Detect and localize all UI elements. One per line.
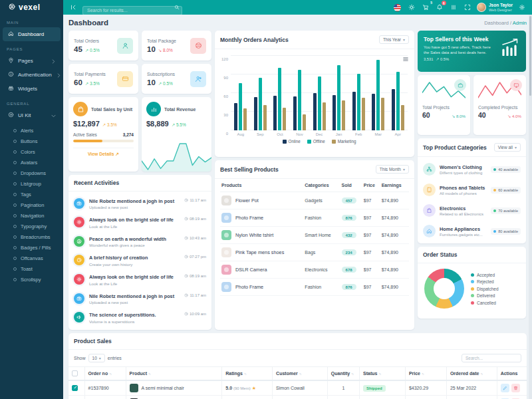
stat-label: Total Package	[147, 39, 176, 43]
activity-item[interactable]: Peace on earth a wonderful widthWonderfu…	[74, 232, 206, 251]
activity-item[interactable]: Always look on the bright side of lifeLo…	[74, 270, 206, 289]
customer-cell: Simon Cowall	[273, 380, 328, 396]
settings-button[interactable]	[517, 3, 527, 12]
table-row[interactable]: #1539078Two type of watch sets3.0 (50 Me…	[68, 396, 527, 399]
year-filter-select[interactable]: This Year	[379, 35, 409, 44]
table-row[interactable]: DSLR CameraElectronics678$97$74,890	[220, 261, 409, 279]
column-header-customer[interactable]: Customer↑↓	[273, 367, 328, 381]
chevron-right-icon	[51, 59, 55, 63]
bar-marketing	[381, 98, 384, 130]
column-header-products: Products	[220, 179, 303, 192]
table-search-input[interactable]	[462, 354, 521, 362]
quantity-cell: 2	[327, 396, 359, 399]
month-filter-select[interactable]: This Month	[376, 165, 409, 174]
view-details-link[interactable]: View Details ↗	[73, 148, 134, 157]
stat-label: Total Orders	[74, 39, 100, 43]
theme-toggle-button[interactable]	[407, 3, 416, 12]
column-header-order-no[interactable]: Order no↑↓	[84, 367, 126, 381]
sidebar-subitem-listgroup[interactable]: Listgroup	[0, 178, 63, 189]
sidebar-subitem-offcanvas[interactable]: Offcanvas	[0, 253, 63, 263]
cart-button[interactable]: 5	[421, 3, 430, 12]
activity-item[interactable]: Nile Robetz mentioned a jogh in postUplo…	[74, 194, 206, 213]
sidebar-subitem-tags[interactable]: Tags	[0, 189, 63, 200]
fullscreen-button[interactable]	[463, 3, 472, 12]
recent-activities-title: Recent Activities	[74, 180, 119, 186]
sort-icon: ↑↓	[351, 372, 353, 376]
sidebar-subitem-navigation[interactable]: Navigation	[0, 210, 63, 221]
language-flag-button[interactable]	[393, 3, 402, 12]
column-header-ordered-date[interactable]: Ordered date↑↓	[446, 367, 497, 381]
category-item-electronics[interactable]: ElectronicsRelated to all Electronics70 …	[423, 200, 521, 221]
sidebar-subitem-dropdowns[interactable]: Dropdowns	[0, 168, 63, 178]
select-all-checkbox[interactable]	[72, 370, 78, 376]
column-header-quantity[interactable]: Quantity↑↓	[327, 367, 359, 381]
activity-item[interactable]: A brief history of creationCreate your o…	[74, 251, 206, 271]
table-row[interactable]: Flower PotGadgets457$97$74,890	[220, 192, 409, 209]
activity-item[interactable]: The science of superstitions.Volume is a…	[74, 309, 206, 328]
legend-dot	[471, 273, 474, 277]
sidebar-subitem-avatars[interactable]: Avatars	[0, 157, 63, 168]
order-status-donut	[424, 269, 464, 309]
top-sellers-desc: You have got 5 new offers, Track here th…	[424, 45, 493, 55]
activity-item[interactable]: Always look on the bright side of lifeLo…	[74, 213, 206, 233]
notifications-button[interactable]: 6	[435, 3, 444, 12]
sidebar-subitem-toast[interactable]: Toast	[0, 263, 63, 274]
stat-delta: ↗ 0.5%	[85, 48, 100, 53]
activity-time: 07:27 pm	[184, 255, 206, 259]
bar-marketing	[283, 108, 286, 130]
apps-menu-button[interactable]	[449, 3, 458, 12]
sidebar-subitem-badges-pills[interactable]: Badges / Pills	[0, 242, 63, 253]
table-row[interactable]: Pink Tape mens shoesBags234$97$74,890	[220, 244, 409, 261]
sidebar-subitem-alerts[interactable]: Alerts	[0, 125, 63, 136]
customer-cell: Meisha Kerr	[273, 396, 328, 399]
clock-icon	[74, 255, 84, 265]
sidebar-item-authentication[interactable]: Authentication	[3, 68, 61, 82]
sidebar-subitem-pagination[interactable]: Pagination	[0, 200, 63, 210]
sidebar-item-pages[interactable]: Pages	[3, 54, 61, 68]
page-scrollbar[interactable]	[529, 15, 532, 399]
bar-group-oct	[270, 56, 290, 130]
sidebar-item-widgets[interactable]: Widgets	[3, 82, 61, 96]
view-all-select[interactable]: View all	[494, 143, 521, 152]
column-header-actions[interactable]: Actions	[497, 367, 527, 381]
activity-item[interactable]: Nile Robetz mentioned a jogh in postUplo…	[74, 289, 206, 309]
product-thumbnail	[221, 196, 231, 205]
search-input[interactable]	[82, 6, 182, 15]
sold-badge: 678	[342, 267, 356, 273]
table-row[interactable]: Photo FrameFashion876$97$74,890	[220, 279, 409, 296]
brand-logo[interactable]: vexel	[0, 0, 63, 15]
column-header-ratings[interactable]: Ratings↑↓	[222, 367, 273, 381]
activity-time: 10:43 am	[184, 236, 206, 240]
sidebar-item-ui-kit[interactable]: UI Kit	[3, 108, 61, 122]
sidebar-subitem-scrollspy[interactable]: Scrollspy	[0, 274, 63, 285]
sidebar-collapse-button[interactable]	[68, 3, 78, 12]
column-header-product[interactable]: Product↑↓	[126, 367, 222, 381]
total-revenue-title: Total Revenue	[164, 107, 196, 112]
sun-icon	[74, 274, 84, 285]
package-icon	[190, 38, 206, 54]
user-menu[interactable]: Json Taylor Web Designer	[477, 3, 513, 12]
category-cell: Gadgets	[303, 192, 340, 209]
table-row[interactable]: Nylon White tshirtSmart Home432$97$74,89…	[220, 227, 409, 244]
table-row[interactable]: #1537890A semi minimal chair5.0 (90 Mem)…	[68, 380, 527, 396]
category-item-phones-and-tablets[interactable]: Phones and TabletsAll models of phones60…	[423, 180, 521, 200]
column-header-price[interactable]: Price↑↓	[405, 367, 446, 381]
column-header-status[interactable]: Status↑↓	[359, 367, 405, 381]
delete-button[interactable]	[511, 384, 520, 392]
legend-item-accepted: Accepted	[471, 273, 499, 277]
sidebar-subitem-breadcrumbs[interactable]: Breadcrumbs	[0, 231, 63, 242]
legend-dot	[471, 287, 474, 291]
activity-time: 08:19 am	[184, 274, 206, 278]
edit-button[interactable]	[501, 384, 509, 392]
table-row[interactable]: Photo FrameFashion876$97$74,890	[220, 209, 409, 227]
row-checkbox[interactable]	[72, 385, 78, 391]
sidebar-subitem-buttons[interactable]: Buttons	[0, 136, 63, 146]
category-item-women-s-clothing[interactable]: Women's ClothingDiffernt types of clothi…	[423, 159, 521, 180]
sidebar-subitem-colors[interactable]: Colors	[0, 146, 63, 157]
category-item-home-appliances[interactable]: Home AppliancesFurnitures.gadgets etc...…	[423, 221, 521, 241]
sidebar-item-dashboard[interactable]: Dashboard	[3, 27, 61, 41]
sidebar-subitem-typography[interactable]: Typography	[0, 221, 63, 231]
breadcrumb-item[interactable]: Dashboard	[484, 20, 509, 26]
bar-group-jan	[329, 56, 349, 130]
entries-select[interactable]: 10	[88, 354, 105, 362]
